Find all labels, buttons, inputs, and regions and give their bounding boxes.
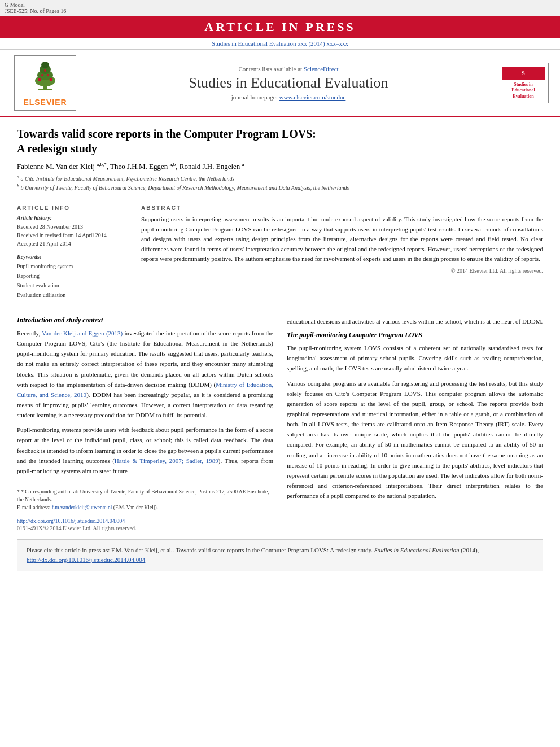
doi-footer: http://dx.doi.org/10.1016/j.stueduc.2014…	[17, 518, 273, 524]
affiliation-a: a a Cito Institute for Educational Measu…	[17, 174, 543, 182]
keyword-4: Evaluation utilization	[17, 290, 130, 300]
model-info: G Model JSEE-525; No. of Pages 16	[5, 2, 66, 14]
svg-point-10	[44, 69, 46, 72]
logo-title: Studies inEducationalEvaluation	[502, 82, 545, 99]
received-date: Received 28 November 2013	[17, 222, 130, 231]
ref-link-2[interactable]: Ministry of Education, Culture, and Scie…	[17, 381, 273, 398]
accepted-date: Accepted 21 April 2014	[17, 239, 130, 248]
abstract-copyright: © 2014 Elsevier Ltd. All rights reserved…	[141, 268, 543, 274]
divider-2	[17, 308, 543, 308]
svg-point-8	[41, 74, 43, 76]
contents-line: Contents lists available at ScienceDirec…	[85, 65, 492, 72]
journal-logo-right: S Studies inEducationalEvaluation	[498, 63, 549, 103]
elsevier-logo-area: ELSEVIER	[11, 55, 79, 111]
keywords-list: Pupil-monitoring system Reporting Studen…	[17, 261, 130, 300]
body-col-left: Introduction and study context Recently,…	[17, 316, 273, 531]
email-label: E-mail address:	[17, 505, 50, 510]
keyword-1: Pupil-monitoring system	[17, 261, 130, 271]
svg-point-7	[50, 78, 53, 81]
history-label: Article history:	[17, 215, 130, 221]
abstract-text: Supporting users in interpreting assessm…	[141, 215, 543, 264]
body-right-paras: The pupil-monitoring system LOVS consist…	[287, 343, 543, 501]
journal-issue-info: Studies in Educational Evaluation xxx (2…	[212, 40, 348, 47]
citation-box: Please cite this article in press as: F.…	[17, 539, 543, 571]
affiliation-b: b b University of Twente, Faculty of Beh…	[17, 184, 543, 191]
elsevier-brand-text: ELSEVIER	[18, 98, 72, 107]
doi-link[interactable]: http://dx.doi.org/10.1016/j.stueduc.2014…	[17, 518, 125, 524]
svg-point-9	[47, 74, 49, 76]
doi-url: http://dx.doi.org/10.1016/j.stueduc.2014…	[17, 518, 125, 524]
ref-link-3[interactable]: Hattie & Timperley, 2007; Sadler, 1989	[115, 457, 218, 464]
journal-title: Studies in Educational Evaluation	[85, 75, 492, 91]
footnote-area: * * Corresponding author at: University …	[17, 484, 273, 531]
journal-header: ELSEVIER Contents lists available at Sci…	[0, 50, 560, 117]
article-info-col: ARTICLE INFO Article history: Received 2…	[17, 205, 130, 300]
logo-header: S	[502, 67, 545, 80]
homepage-url: www.elsevier.com/stueduc	[279, 94, 346, 101]
model-label: G Model	[5, 2, 25, 8]
body-right-para1: educational decisions and activities at …	[287, 316, 543, 326]
affiliation-b-text: b University of Twente, Faculty of Behav…	[21, 185, 349, 191]
email-suffix: (F.M. Van der Kleij).	[113, 505, 158, 510]
author3-sup: a	[242, 161, 244, 167]
abstract-col: ABSTRACT Supporting users in interpretin…	[141, 205, 543, 300]
homepage-line: journal homepage: www.elsevier.com/stued…	[85, 94, 492, 101]
svg-point-5	[41, 62, 49, 68]
homepage-label: journal homepage:	[231, 94, 278, 101]
citation-year: (2014),	[461, 547, 479, 553]
email-address: f.m.vanderkleij@utwente.nl	[52, 505, 112, 510]
intro-heading: Introduction and study context	[17, 316, 273, 325]
contents-label: Contents lists available at	[238, 65, 302, 72]
revised-date: Received in revised form 14 April 2014	[17, 231, 130, 239]
copyright-footer: 0191-491X/© 2014 Elsevier Ltd. All right…	[17, 525, 273, 531]
author2-sup: a,b	[170, 161, 176, 167]
ref-link-1[interactable]: Van der Kleij and Eggen (2013)	[42, 330, 123, 337]
citation-text: Please cite this article in press as: F.…	[27, 547, 373, 553]
journal-code: JSEE-525; No. of Pages 16	[5, 8, 66, 14]
logo-icon: S	[519, 68, 528, 77]
abstract-label: ABSTRACT	[141, 205, 543, 211]
authors-line: Fabienne M. Van der Kleij a,b,*, Theo J.…	[17, 161, 543, 171]
homepage-link[interactable]: www.elsevier.com/stueduc	[279, 94, 346, 101]
body-para1: Recently, Van der Kleij and Eggen (2013)…	[17, 328, 273, 476]
article-in-press-banner: ARTICLE IN PRESS	[0, 16, 560, 38]
citation-journal: Studies in Educational Evaluation	[374, 547, 460, 553]
svg-point-6	[38, 78, 41, 81]
body-col-right: educational decisions and activities at …	[287, 316, 543, 531]
citation-doi-url: http://dx.doi.org/10.1016/j.stueduc.2014…	[27, 556, 145, 563]
svg-rect-1	[38, 89, 52, 90]
banner-text: ARTICLE IN PRESS	[204, 20, 355, 34]
journal-info-bar: Studies in Educational Evaluation xxx (2…	[0, 38, 560, 50]
footnote-text: * * Corresponding author at: University …	[17, 488, 273, 512]
elsevier-logo-box: ELSEVIER	[14, 55, 76, 111]
footnote-label: * Corresponding author at:	[21, 489, 78, 495]
affiliation-a-text: a Cito Institute for Educational Measure…	[21, 176, 235, 182]
elsevier-tree-icon	[28, 59, 62, 93]
article-info-label: ARTICLE INFO	[17, 205, 130, 211]
article-title: Towards valid score reports in the Compu…	[17, 126, 543, 156]
sciencedirect-text: ScienceDirect	[304, 65, 339, 72]
svg-text:S: S	[522, 70, 525, 76]
journal-center: Contents lists available at ScienceDirec…	[85, 65, 492, 101]
title-line1: Towards valid score reports in the Compu…	[17, 128, 316, 140]
lovs-subsection-heading: The pupil-monitoring Computer Program LO…	[287, 331, 543, 339]
title-line2: A redesign study	[17, 142, 97, 155]
keywords-section: Keywords: Pupil-monitoring system Report…	[17, 254, 130, 300]
keyword-3: Student evaluation	[17, 281, 130, 290]
keywords-label: Keywords:	[17, 254, 130, 260]
author1-sup: a,b,*	[97, 161, 107, 167]
top-bar: G Model JSEE-525; No. of Pages 16	[0, 0, 560, 16]
email-link[interactable]: f.m.vanderkleij@utwente.nl	[52, 505, 113, 510]
citation-doi-link[interactable]: http://dx.doi.org/10.1016/j.stueduc.2014…	[27, 556, 145, 563]
divider-1	[17, 198, 543, 198]
info-abstract-row: ARTICLE INFO Article history: Received 2…	[17, 205, 543, 300]
body-two-col: Introduction and study context Recently,…	[17, 316, 543, 531]
keyword-2: Reporting	[17, 271, 130, 281]
sciencedirect-link[interactable]: ScienceDirect	[304, 65, 339, 72]
article-content: Towards valid score reports in the Compu…	[0, 117, 560, 580]
